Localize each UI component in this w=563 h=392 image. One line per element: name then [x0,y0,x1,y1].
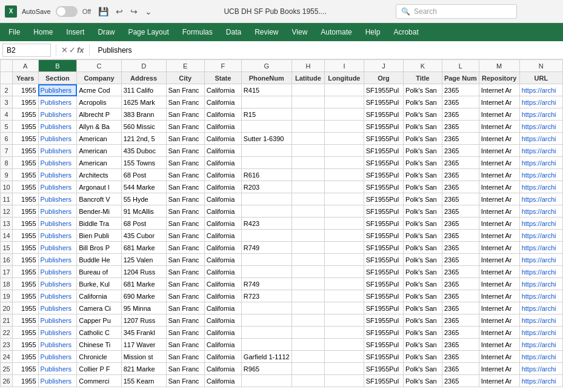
table-cell[interactable]: Polk's San [404,230,442,242]
table-cell[interactable]: California [204,230,241,242]
table-cell[interactable]: Polk's San [404,121,442,133]
table-cell[interactable]: 1955 [13,218,39,230]
table-cell[interactable]: Internet Ar [479,290,519,302]
table-cell[interactable] [291,218,324,230]
table-cell[interactable]: 2365 [442,96,479,108]
table-cell[interactable]: Internet Ar [479,157,519,169]
table-cell[interactable]: San Franc [166,145,204,157]
table-cell[interactable]: California [204,157,241,169]
table-cell[interactable]: Catholic C [77,327,121,339]
table-cell[interactable] [291,108,324,121]
table-cell[interactable]: Publishers [38,96,77,108]
table-cell[interactable]: California [204,242,241,254]
table-cell[interactable]: 2365 [442,254,479,266]
table-cell[interactable]: California [204,193,241,205]
table-cell[interactable] [241,375,291,387]
table-cell[interactable] [241,193,291,205]
table-cell[interactable]: 1955 [13,363,39,375]
col-header[interactable]: Section [38,72,77,84]
table-cell[interactable]: 1955 [13,278,39,290]
table-cell[interactable]: San Franc [166,339,204,351]
col-header[interactable]: Company [77,72,121,84]
table-cell[interactable]: SF1955Pul [364,242,403,254]
table-cell[interactable]: Publishers [38,351,77,363]
table-cell[interactable]: https://archi [519,108,562,121]
table-cell[interactable]: Allyn & Ba [77,121,121,133]
table-cell[interactable]: Publishers [38,363,77,375]
table-cell[interactable]: San Franc [166,327,204,339]
table-cell[interactable]: San Franc [166,314,204,327]
table-cell[interactable]: Publishers [38,121,77,133]
col-header[interactable]: PhoneNum [241,72,291,84]
table-cell[interactable]: R415 [241,84,291,96]
table-cell[interactable]: 1955 [13,375,39,387]
sheet-container[interactable]: A B C D E F G H I J K L M N YearsSection… [0,59,563,392]
table-cell[interactable]: 544 Marke [121,181,166,193]
table-cell[interactable]: 1955 [13,205,39,218]
table-cell[interactable]: Publishers [38,133,77,145]
table-cell[interactable]: 2365 [442,121,479,133]
table-cell[interactable] [291,351,324,363]
table-cell[interactable] [325,193,364,205]
table-cell[interactable]: San Franc [166,84,204,96]
table-cell[interactable]: Internet Ar [479,121,519,133]
table-cell[interactable]: 1955 [13,290,39,302]
table-cell[interactable]: California [204,314,241,327]
table-cell[interactable]: https://archi [519,278,562,290]
table-cell[interactable]: San Franc [166,254,204,266]
table-cell[interactable]: San Franc [166,302,204,314]
table-cell[interactable]: https://archi [519,96,562,108]
table-cell[interactable]: R749 [241,278,291,290]
table-cell[interactable]: Publishers [38,84,77,96]
table-cell[interactable]: California [204,121,241,133]
table-cell[interactable] [291,84,324,96]
table-cell[interactable]: Publishers [38,339,77,351]
row-number[interactable]: 23 [1,339,13,351]
table-cell[interactable] [291,145,324,157]
table-cell[interactable]: Internet Ar [479,230,519,242]
table-cell[interactable]: Publishers [38,205,77,218]
table-cell[interactable]: American [77,133,121,145]
table-cell[interactable]: Polk's San [404,254,442,266]
table-cell[interactable]: Publishers [38,242,77,254]
table-cell[interactable] [325,302,364,314]
table-cell[interactable]: Publishers [38,266,77,278]
table-cell[interactable]: https://archi [519,302,562,314]
table-cell[interactable]: 383 Brann [121,108,166,121]
table-cell[interactable] [291,96,324,108]
col-header[interactable]: Latitude [291,72,324,84]
menu-help[interactable]: Help [359,25,387,39]
table-cell[interactable]: SF1955Pul [364,290,403,302]
table-cell[interactable]: 2365 [442,242,479,254]
table-cell[interactable]: https://archi [519,375,562,387]
table-cell[interactable] [325,145,364,157]
table-cell[interactable]: SF1955Pul [364,230,403,242]
table-cell[interactable]: Bancroft V [77,193,121,205]
table-cell[interactable]: Polk's San [404,133,442,145]
table-cell[interactable]: Internet Ar [479,278,519,290]
table-cell[interactable]: https://archi [519,218,562,230]
table-cell[interactable]: San Franc [166,218,204,230]
table-cell[interactable]: SF1955Pul [364,314,403,327]
col-header[interactable]: City [166,72,204,84]
row-number[interactable]: 17 [1,266,13,278]
table-cell[interactable]: Polk's San [404,278,442,290]
menu-review[interactable]: Review [248,25,284,39]
table-cell[interactable]: SF1955Pul [364,363,403,375]
table-cell[interactable]: San Franc [166,266,204,278]
col-header-j[interactable]: J [364,60,403,72]
table-cell[interactable]: SF1955Pul [364,193,403,205]
table-cell[interactable]: Polk's San [404,242,442,254]
table-cell[interactable]: Internet Ar [479,242,519,254]
table-cell[interactable] [241,145,291,157]
table-cell[interactable]: Polk's San [404,351,442,363]
menu-file[interactable]: File [2,25,26,39]
table-cell[interactable]: Internet Ar [479,218,519,230]
table-cell[interactable]: San Franc [166,181,204,193]
table-cell[interactable]: Polk's San [404,375,442,387]
table-cell[interactable]: California [204,339,241,351]
table-cell[interactable]: 155 Towns [121,157,166,169]
table-cell[interactable]: Internet Ar [479,108,519,121]
table-cell[interactable]: SF1955Pul [364,278,403,290]
row-number[interactable]: 12 [1,205,13,218]
